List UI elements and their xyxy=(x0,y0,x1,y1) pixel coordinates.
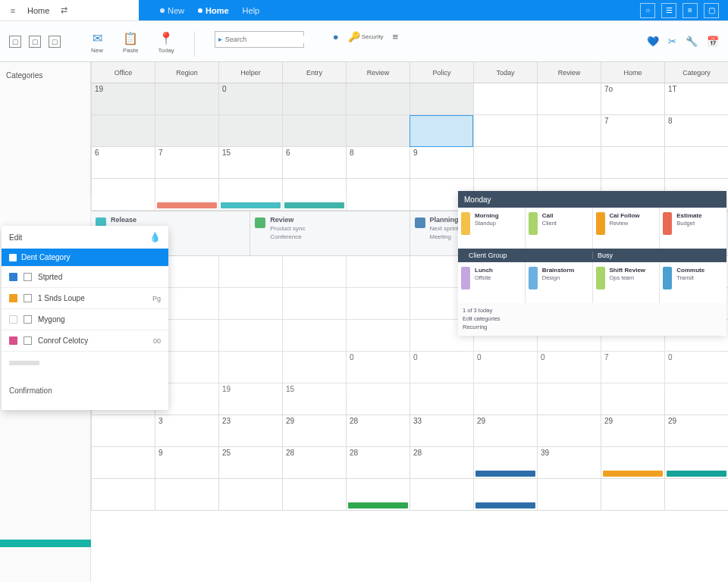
ribbon-today-button[interactable]: 📍 Today xyxy=(158,31,174,54)
category-checkbox[interactable] xyxy=(24,294,32,302)
calendar-cell[interactable] xyxy=(155,479,218,511)
calendar-cell[interactable] xyxy=(410,115,473,147)
col-header[interactable]: Office xyxy=(91,62,155,83)
calendar-cell[interactable]: 29 xyxy=(282,415,346,447)
calendar-cell[interactable] xyxy=(282,256,346,288)
calendar-cell[interactable] xyxy=(537,147,601,179)
calendar-cell[interactable] xyxy=(346,479,410,511)
drag-handle[interactable] xyxy=(9,361,39,365)
calendar-cell[interactable]: 29 xyxy=(473,415,537,447)
calendar-cell[interactable]: 0 xyxy=(410,352,473,383)
calendar-cell[interactable] xyxy=(346,115,410,147)
calendar-cell[interactable] xyxy=(473,83,537,115)
calendar-cell[interactable] xyxy=(218,288,282,320)
calendar-cell[interactable] xyxy=(346,179,410,211)
col-header[interactable]: Entry xyxy=(282,62,346,83)
event-card[interactable]: ReviewProduct syncConference xyxy=(250,211,409,255)
col-header[interactable]: Today xyxy=(473,62,537,83)
calendar-cell[interactable] xyxy=(346,256,410,288)
calendar-cell[interactable] xyxy=(282,83,346,115)
calendar-cell[interactable]: 9 xyxy=(410,147,473,179)
calendar-cell[interactable]: 29 xyxy=(664,415,728,447)
calendar-cell[interactable]: 39 xyxy=(537,447,601,479)
calendar-cell[interactable]: 29 xyxy=(601,415,664,447)
calendar-cell[interactable]: 1T xyxy=(664,83,728,115)
category-item[interactable]: 1 Snds LoupePg xyxy=(2,287,168,308)
list-icon[interactable]: ≡ xyxy=(682,3,698,18)
calendar-cell[interactable] xyxy=(346,288,410,320)
calendar-cell[interactable] xyxy=(346,320,410,352)
calendar-cell[interactable] xyxy=(91,479,155,511)
detail-subhead-b[interactable]: Busy xyxy=(592,252,720,259)
calendar-cell[interactable] xyxy=(601,447,664,479)
calendar-cell[interactable] xyxy=(218,352,282,383)
calendar-cell[interactable] xyxy=(346,383,410,415)
detail-event[interactable]: MorningStandup xyxy=(458,208,525,249)
settings-icon[interactable]: 🔧 xyxy=(686,36,698,47)
detail-list-item[interactable]: Recurring xyxy=(463,323,722,331)
calendar-cell[interactable] xyxy=(410,83,473,115)
calendar-cell[interactable] xyxy=(218,320,282,352)
calendar-cell[interactable] xyxy=(218,115,282,147)
calendar-cell[interactable]: 19 xyxy=(218,383,282,415)
ribbon-tab-new[interactable]: New xyxy=(160,6,184,15)
col-header[interactable]: Review xyxy=(537,62,601,83)
category-item[interactable]: Conrof Celotcy00 xyxy=(2,330,168,351)
calendar-cell[interactable] xyxy=(410,479,473,511)
calendar-cell[interactable] xyxy=(537,383,601,415)
calendar-cell[interactable] xyxy=(218,479,282,511)
calendar-cell[interactable]: 28 xyxy=(346,415,410,447)
calendar-cell[interactable] xyxy=(664,479,728,511)
calendar-cell[interactable] xyxy=(473,147,537,179)
calendar-cell[interactable]: 7 xyxy=(601,352,664,383)
calendar-cell[interactable]: 25 xyxy=(218,447,282,479)
calendar-cell[interactable] xyxy=(91,179,155,211)
calendar-cell[interactable] xyxy=(282,479,346,511)
calendar-cell[interactable] xyxy=(537,479,601,511)
calendar-cell[interactable] xyxy=(664,147,728,179)
detail-event[interactable]: BrainstormDesign xyxy=(525,262,592,303)
calendar-cell[interactable]: 28 xyxy=(282,447,346,479)
calendar-cell[interactable] xyxy=(218,256,282,288)
ribbon-search-box[interactable]: ▸ xyxy=(215,31,304,48)
category-checkbox[interactable] xyxy=(24,336,32,345)
calendar-cell[interactable] xyxy=(282,179,346,211)
detail-list-item[interactable]: 1 of 3 today xyxy=(463,306,722,314)
ribbon-tab-help[interactable]: Help xyxy=(243,6,260,15)
calendar-cell[interactable] xyxy=(155,83,218,115)
category-checkbox[interactable] xyxy=(24,315,32,324)
calendar-cell[interactable] xyxy=(601,479,664,511)
category-item[interactable]: Mygong xyxy=(2,308,168,330)
detail-event[interactable]: EstimateBudget xyxy=(659,208,726,249)
search-icon[interactable]: ○ xyxy=(640,3,655,18)
detail-event[interactable]: CallClient xyxy=(525,208,592,249)
calendar-cell[interactable] xyxy=(155,179,218,211)
status-toggle[interactable]: ● xyxy=(333,31,339,42)
col-header[interactable]: Category xyxy=(664,62,728,83)
calendar-cell[interactable] xyxy=(282,288,346,320)
calendar-cell[interactable] xyxy=(473,447,537,479)
security-button[interactable]: 🔑Security xyxy=(348,31,384,42)
col-header[interactable]: Review xyxy=(346,62,410,83)
calendar-cell[interactable] xyxy=(282,352,346,383)
calendar-cell[interactable] xyxy=(282,115,346,147)
calendar-cell[interactable]: 28 xyxy=(410,447,473,479)
detail-event[interactable]: CommuteTransit xyxy=(659,262,726,303)
calendar-cell[interactable]: 7 xyxy=(155,147,218,179)
calendar-cell[interactable]: 8 xyxy=(346,147,410,179)
menu-icon[interactable]: ≡ xyxy=(6,4,20,17)
nav-cal-icon[interactable]: ▢ xyxy=(49,36,61,48)
calendar-cell[interactable] xyxy=(473,383,537,415)
col-header[interactable]: Helper xyxy=(218,62,282,83)
col-header[interactable]: Policy xyxy=(410,62,473,83)
calendar-cell[interactable] xyxy=(601,147,664,179)
categories-edit-label[interactable]: Edit xyxy=(9,233,22,242)
account-icon[interactable]: ☰ xyxy=(661,3,676,18)
calendar-cell[interactable]: 0 xyxy=(537,352,601,383)
detail-event[interactable]: Shift ReviewOps team xyxy=(592,262,660,303)
calendar-cell[interactable] xyxy=(282,320,346,352)
cut-icon[interactable]: ✂ xyxy=(668,36,676,47)
calendar-cell[interactable]: 0 xyxy=(218,83,282,115)
calendar-cell[interactable] xyxy=(601,383,664,415)
calendar-cell[interactable] xyxy=(537,83,601,115)
